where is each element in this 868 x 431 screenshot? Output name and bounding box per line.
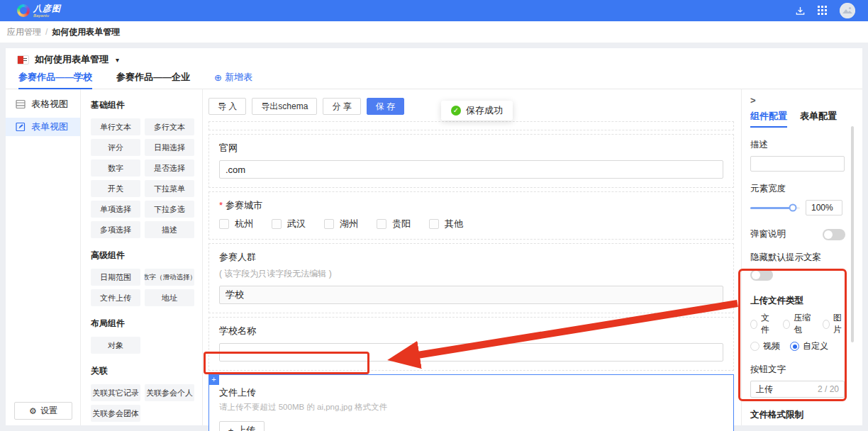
apps-grid-icon[interactable] xyxy=(817,5,828,16)
tab-component-config[interactable]: 组件配置 xyxy=(750,110,787,128)
component-item[interactable]: 下拉多选 xyxy=(145,201,194,218)
component-item[interactable]: 文件上传 xyxy=(91,289,140,306)
add-table-button[interactable]: ⊕ 新增表 xyxy=(214,71,252,89)
upload-button[interactable]: + 上传 xyxy=(219,421,265,431)
upload-hint: 请上传不要超过 500MB 的 ai,png,jpg 格式文件 xyxy=(219,402,723,413)
component-item[interactable]: 关联参会团体 xyxy=(91,405,140,422)
width-slider[interactable] xyxy=(750,207,800,209)
radio-option-file[interactable]: 文件 xyxy=(750,312,773,336)
sidebar-item-form-view[interactable]: 表单视图 xyxy=(6,118,80,136)
field-block-group[interactable]: 参赛人群 ( 该字段为只读字段无法编辑 ) xyxy=(208,243,734,313)
field-block-partial[interactable] xyxy=(208,121,734,130)
component-item[interactable]: 对象 xyxy=(91,337,140,354)
checkbox-option[interactable]: 湖州 xyxy=(324,218,358,230)
width-value[interactable]: 100% xyxy=(806,200,842,216)
component-item[interactable]: 数字（滑动选择） xyxy=(145,269,194,286)
collapse-panel-icon[interactable]: > xyxy=(750,95,759,106)
component-item[interactable]: 评分 xyxy=(91,139,140,156)
plus-circle-icon: ⊕ xyxy=(214,72,222,83)
checkbox-option[interactable]: 武汉 xyxy=(272,218,306,230)
breadcrumb-parent[interactable]: 应用管理 xyxy=(7,26,41,38)
field-label: 参赛城市 xyxy=(226,200,262,211)
export-schema-button[interactable]: 导出schema xyxy=(252,98,317,115)
import-button[interactable]: 导 入 xyxy=(208,98,246,115)
radio-option-zip[interactable]: 压缩包 xyxy=(783,312,812,336)
download-icon[interactable] xyxy=(794,5,806,16)
radio-icon xyxy=(823,320,830,329)
component-item[interactable]: 开关 xyxy=(91,180,140,197)
popup-toggle[interactable] xyxy=(823,229,845,240)
component-item[interactable]: 单行文本 xyxy=(91,118,140,135)
slider-handle[interactable] xyxy=(789,204,797,212)
panel-scrollbar[interactable] xyxy=(851,126,854,342)
sidebar-item-table-view[interactable]: 表格视图 xyxy=(6,95,80,113)
tab-enterprise[interactable]: 参赛作品——企业 xyxy=(116,71,190,89)
chevron-down-icon[interactable]: ▾ xyxy=(116,56,119,64)
radio-option-custom[interactable]: 自定义 xyxy=(790,340,828,352)
checkbox-icon xyxy=(377,219,386,229)
component-item[interactable]: 描述 xyxy=(145,221,194,238)
form-title[interactable]: 如何使用表单管理 xyxy=(35,53,108,66)
button-text-label: 按钮文字 xyxy=(750,364,845,376)
component-item[interactable]: 地址 xyxy=(145,289,194,306)
checkbox-label: 武汉 xyxy=(287,218,306,230)
radio-icon xyxy=(750,320,757,329)
component-item[interactable]: 关联其它记录 xyxy=(91,384,140,401)
settings-button[interactable]: ⚙ 设置 xyxy=(14,402,72,420)
component-item[interactable]: 多项选择 xyxy=(91,221,140,238)
checkbox-icon xyxy=(219,219,229,229)
app-header: 八彦图 Bayantu xyxy=(0,0,868,21)
component-item[interactable]: 日期范围 xyxy=(91,269,140,286)
component-item[interactable]: 多行文本 xyxy=(145,118,194,135)
checkbox-option[interactable]: 其他 xyxy=(429,218,463,230)
description-label: 描述 xyxy=(750,139,845,151)
upload-button-label: 上传 xyxy=(237,424,255,431)
field-block-city[interactable]: *参赛城市 杭州 武汉 湖州 贵阳 其他 xyxy=(208,191,734,240)
form-view-icon xyxy=(16,122,26,132)
component-item[interactable]: 下拉菜单 xyxy=(145,180,194,197)
hide-hint-toggle[interactable] xyxy=(750,269,773,281)
format-limit-label: 文件格式限制 xyxy=(750,409,845,421)
field-block-school[interactable]: 学校名称 xyxy=(208,317,734,371)
button-text-value: 上传 xyxy=(756,384,773,396)
logo-subtitle: Bayantu xyxy=(33,13,61,18)
checkbox-option[interactable]: 杭州 xyxy=(219,218,253,230)
file-type-label: 上传文件类型 xyxy=(750,295,845,307)
website-input[interactable] xyxy=(219,160,723,179)
logo-title: 八彦图 xyxy=(33,4,61,13)
save-button[interactable]: 保 存 xyxy=(367,98,404,115)
group-input[interactable] xyxy=(219,286,723,304)
drag-handle-icon[interactable]: + xyxy=(208,374,219,385)
button-text-input[interactable]: 上传 2 / 20 xyxy=(750,381,845,398)
component-item[interactable]: 数字 xyxy=(91,159,140,177)
field-label: 官网 xyxy=(219,142,723,155)
share-button[interactable]: 分 享 xyxy=(323,98,360,115)
toast-message: 保存成功 xyxy=(466,104,503,117)
sidebar-item-label: 表单视图 xyxy=(31,121,68,133)
radio-label: 压缩包 xyxy=(794,312,812,336)
section-title-layout: 布局组件 xyxy=(91,318,194,330)
popup-label: 弹窗说明 xyxy=(750,228,786,240)
school-name-input[interactable] xyxy=(219,343,723,362)
component-item[interactable]: 日期选择 xyxy=(145,139,194,156)
component-item[interactable]: 单项选择 xyxy=(91,201,140,218)
radio-icon-selected xyxy=(790,342,799,351)
user-avatar[interactable] xyxy=(840,3,855,18)
app-logo[interactable]: 八彦图 Bayantu xyxy=(17,4,61,18)
radio-label: 视频 xyxy=(763,340,780,352)
save-success-toast: ✓ 保存成功 xyxy=(441,101,513,121)
radio-option-video[interactable]: 视频 xyxy=(750,340,780,352)
readonly-hint: ( 该字段为只读字段无法编辑 ) xyxy=(219,268,723,280)
breadcrumb-separator: / xyxy=(45,27,48,37)
field-block-website[interactable]: 官网 xyxy=(208,134,734,188)
tab-form-config[interactable]: 表单配置 xyxy=(800,110,837,128)
description-input[interactable] xyxy=(750,156,845,172)
radio-label: 自定义 xyxy=(803,340,828,352)
radio-option-image[interactable]: 图片 xyxy=(823,312,845,336)
component-item[interactable]: 关联参会个人 xyxy=(145,384,194,401)
field-block-upload[interactable]: + 文件上传 请上传不要超过 500MB 的 ai,png,jpg 格式文件 +… xyxy=(208,374,734,431)
checkbox-option[interactable]: 贵阳 xyxy=(377,218,411,230)
tab-school[interactable]: 参赛作品——学校 xyxy=(18,71,92,89)
main-card: 如何使用表单管理 ▾ 参赛作品——学校 参赛作品——企业 ⊕ 新增表 表格视图 … xyxy=(6,48,862,425)
component-item[interactable]: 是否选择 xyxy=(145,159,194,177)
